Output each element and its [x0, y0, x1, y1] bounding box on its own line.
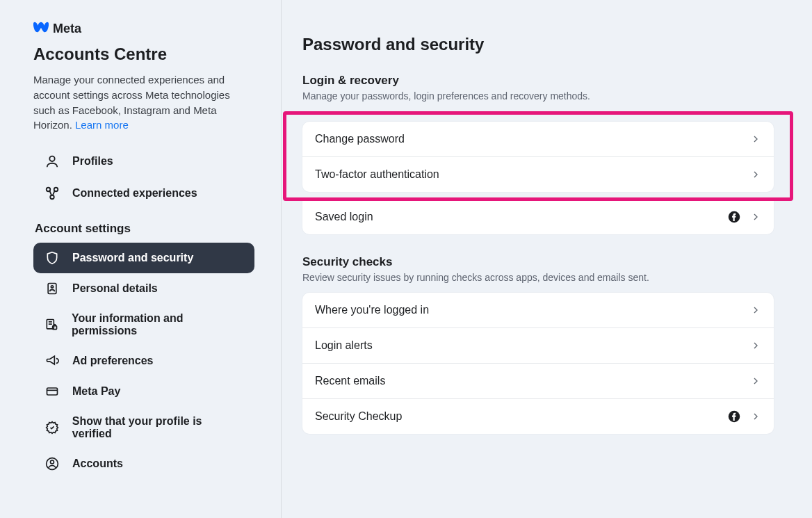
sidebar-item-ad-preferences[interactable]: Ad preferences: [33, 346, 254, 376]
svg-point-3: [50, 195, 54, 200]
nodes-icon: [44, 186, 60, 201]
sidebar-title: Accounts Centre: [33, 44, 254, 64]
megaphone-icon: [44, 354, 60, 368]
sidebar-item-label: Password and security: [72, 252, 193, 264]
row-label: Security Checkup: [315, 410, 402, 423]
sidebar: Meta Accounts Centre Manage your connect…: [0, 0, 282, 518]
row-label: Login alerts: [315, 339, 373, 352]
row-label: Recent emails: [315, 375, 385, 387]
chevron-right-icon: [750, 211, 761, 222]
group2-card: Where you're logged in Login alerts Rece…: [302, 293, 774, 434]
row-security-checkup[interactable]: Security Checkup: [302, 398, 774, 434]
sidebar-item-profile-verified[interactable]: Show that your profile is verified: [33, 407, 254, 448]
document-lock-icon: [44, 318, 59, 332]
row-label: Two-factor authentication: [315, 168, 439, 181]
row-label: Change password: [315, 133, 405, 145]
sidebar-item-label: Show that your profile is verified: [72, 415, 243, 440]
facebook-icon: [728, 211, 740, 223]
sidebar-item-meta-pay[interactable]: Meta Pay: [33, 376, 254, 407]
row-label: Saved login: [315, 211, 373, 223]
svg-point-10: [51, 460, 54, 464]
row-login-alerts[interactable]: Login alerts: [302, 327, 774, 363]
sidebar-item-label: Meta Pay: [72, 385, 120, 398]
row-change-password[interactable]: Change password: [302, 122, 774, 156]
chevron-right-icon: [750, 305, 761, 316]
sidebar-item-password-security[interactable]: Password and security: [33, 243, 254, 273]
sidebar-item-profiles[interactable]: Profiles: [33, 145, 254, 177]
verified-badge-icon: [44, 421, 60, 435]
svg-rect-8: [47, 388, 58, 395]
sidebar-item-label: Accounts: [72, 458, 123, 470]
group1-title: Login & recovery: [302, 74, 774, 88]
brand-name: Meta: [53, 22, 81, 36]
facebook-icon: [728, 410, 740, 423]
sidebar-description: Manage your connected experiences and ac…: [33, 72, 254, 133]
sidebar-item-label: Personal details: [72, 282, 158, 295]
sidebar-item-accounts[interactable]: Accounts: [33, 448, 254, 479]
row-two-factor[interactable]: Two-factor authentication: [302, 156, 774, 192]
row-label: Where you're logged in: [315, 304, 429, 316]
sidebar-item-connected-experiences[interactable]: Connected experiences: [33, 177, 254, 209]
sidebar-item-label: Your information and permissions: [72, 312, 243, 337]
main-content: Password and security Login & recovery M…: [282, 0, 812, 518]
group1-card-top: Change password Two-factor authenticatio…: [302, 122, 774, 192]
svg-point-5: [51, 286, 53, 288]
highlight-annotation: Change password Two-factor authenticatio…: [283, 111, 793, 201]
sidebar-item-label: Ad preferences: [72, 355, 154, 367]
chevron-right-icon: [750, 169, 761, 180]
shield-icon: [44, 251, 60, 265]
row-where-logged-in[interactable]: Where you're logged in: [302, 293, 774, 327]
row-recent-emails[interactable]: Recent emails: [302, 363, 774, 398]
sidebar-item-label: Connected experiences: [72, 187, 197, 200]
brand-logo: Meta: [33, 19, 254, 38]
sidebar-item-personal-details[interactable]: Personal details: [33, 273, 254, 304]
user-circle-icon: [44, 457, 60, 471]
sidebar-item-label: Profiles: [72, 155, 113, 168]
group2-title: Security checks: [302, 255, 774, 269]
sidebar-section-label: Account settings: [35, 222, 254, 236]
sidebar-item-your-info-permissions[interactable]: Your information and permissions: [33, 304, 254, 346]
group1-card-bottom: Saved login: [302, 200, 774, 234]
user-icon: [44, 154, 60, 169]
svg-point-0: [49, 156, 54, 161]
row-saved-login[interactable]: Saved login: [302, 200, 774, 234]
learn-more-link[interactable]: Learn more: [75, 119, 129, 131]
chevron-right-icon: [750, 133, 761, 145]
chevron-right-icon: [750, 411, 761, 422]
id-card-icon: [44, 282, 60, 296]
chevron-right-icon: [750, 340, 761, 351]
meta-logo-icon: [33, 19, 49, 38]
chevron-right-icon: [750, 375, 761, 387]
group1-subtitle: Manage your passwords, login preferences…: [302, 90, 774, 102]
credit-card-icon: [44, 385, 60, 398]
group2-subtitle: Review security issues by running checks…: [302, 272, 774, 283]
page-title: Password and security: [302, 35, 774, 54]
